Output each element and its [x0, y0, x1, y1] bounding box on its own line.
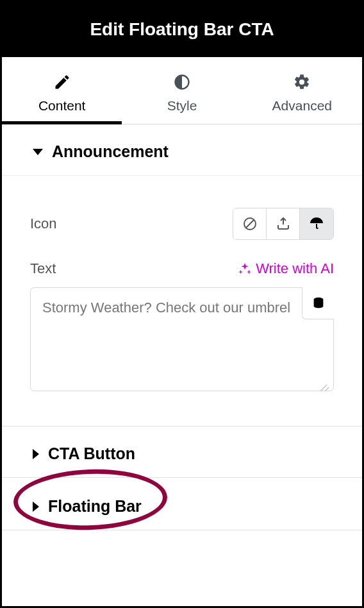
tab-label: Advanced — [272, 98, 332, 114]
chevron-down-icon — [33, 149, 43, 155]
umbrella-icon — [309, 216, 324, 232]
pencil-icon — [53, 72, 72, 92]
section-title: Announcement — [52, 142, 169, 161]
field-icon: Icon — [30, 208, 334, 240]
tab-content[interactable]: Content — [2, 57, 122, 124]
panel: Announcement Icon Text Write with AI — [2, 124, 362, 530]
icon-option-none[interactable] — [233, 208, 267, 239]
tabs: Content Style Advanced — [2, 57, 362, 124]
dynamic-tags-button[interactable] — [302, 287, 334, 319]
tab-label: Style — [167, 98, 197, 114]
gear-icon — [292, 72, 311, 92]
upload-icon — [276, 216, 291, 232]
section-floating-bar: Floating Bar — [2, 479, 362, 530]
header: Edit Floating Bar CTA — [2, 2, 362, 57]
field-label-icon: Icon — [30, 215, 57, 232]
contrast-icon — [172, 72, 192, 92]
write-with-ai-button[interactable]: Write with AI — [238, 260, 334, 277]
section-header-announcement[interactable]: Announcement — [2, 124, 362, 176]
tab-style[interactable]: Style — [122, 57, 242, 124]
field-label-text: Text — [30, 260, 56, 277]
svg-line-1 — [246, 220, 254, 228]
section-body-announcement: Icon Text Write with AI — [2, 176, 362, 426]
section-cta-button: CTA Button — [2, 426, 362, 478]
section-title: CTA Button — [48, 444, 135, 463]
icon-option-library[interactable] — [300, 208, 333, 239]
icon-toggle-group — [233, 208, 334, 240]
tab-advanced[interactable]: Advanced — [242, 57, 362, 124]
section-title: Floating Bar — [48, 497, 142, 516]
none-icon — [242, 216, 258, 232]
page-title: Edit Floating Bar CTA — [90, 19, 274, 40]
chevron-right-icon — [33, 502, 39, 512]
database-icon — [311, 296, 326, 310]
section-header-floating-bar[interactable]: Floating Bar — [2, 479, 362, 530]
field-text: Text Write with AI — [30, 260, 334, 277]
chevron-right-icon — [33, 449, 39, 459]
text-input-wrap — [30, 287, 334, 394]
tab-label: Content — [38, 98, 86, 114]
sparkles-icon — [238, 262, 252, 276]
text-input[interactable] — [30, 287, 334, 391]
section-header-cta-button[interactable]: CTA Button — [2, 426, 362, 477]
write-with-ai-label: Write with AI — [256, 260, 334, 277]
icon-option-upload[interactable] — [267, 208, 300, 239]
